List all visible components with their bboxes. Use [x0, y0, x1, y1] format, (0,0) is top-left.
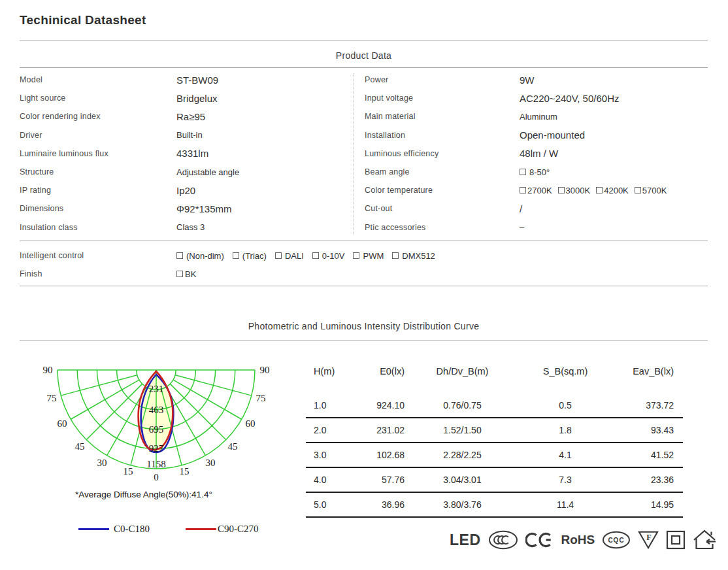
color-temp-option: 4200K — [596, 186, 629, 195]
spec-row-cri: Color rendering index Ra≥95 — [20, 107, 350, 126]
cell: 41.52 — [614, 450, 683, 460]
cell: 0.5 — [516, 400, 614, 411]
svg-text:695: 695 — [149, 424, 164, 435]
spec-value: 48lm / W — [520, 148, 558, 159]
spec-row-installation: Installation Open-mounted — [365, 126, 708, 144]
legend-line-blue — [78, 528, 109, 530]
control-option: 0-10V — [312, 251, 345, 261]
spec-value: Φ92*135mm — [176, 203, 232, 214]
svg-text:15: 15 — [180, 466, 190, 477]
f-mark-icon: F — [638, 530, 659, 550]
spec-table-left: Model ST-BW09 Light source Bridgelux Col… — [20, 71, 350, 237]
svg-text:0: 0 — [154, 472, 159, 482]
cell: 3.80/3.76 — [408, 499, 516, 510]
option-label: 3000K — [566, 186, 591, 195]
option-label: (Triac) — [242, 251, 267, 261]
control-option: (Non-dim) — [176, 251, 224, 261]
spec-row-power: Power 9W — [365, 71, 708, 89]
spec-label: Color temperature — [365, 186, 520, 195]
checkbox-icon — [635, 187, 641, 193]
rohs-mark: RoHS — [561, 533, 595, 547]
spec-label: Power — [365, 75, 520, 84]
spec-row-luminous-flux: Luminaire luminous flux 4331lm — [20, 144, 350, 163]
spec-label: IP rating — [20, 186, 176, 195]
cell: 57.76 — [346, 475, 408, 485]
diffuse-angle-footnote: *Average Diffuse Angle(50%):41.4° — [75, 490, 212, 499]
cell: 231.02 — [346, 425, 408, 435]
ce-mark-icon — [525, 530, 554, 550]
svg-text:463: 463 — [149, 405, 164, 415]
control-rows: Intelligent control (Non-dim) (Triac) DA… — [20, 246, 708, 283]
divider — [20, 340, 708, 341]
checkbox-icon — [558, 187, 565, 193]
checkbox-icon — [176, 271, 183, 277]
spec-value: Aluminum — [520, 112, 557, 122]
spec-label: Input voltage — [365, 93, 520, 103]
svg-text:231: 231 — [149, 384, 164, 394]
led-mark: LED — [450, 531, 481, 549]
spec-label: Finish — [20, 269, 176, 278]
col-header: S_B(sq.m) — [516, 366, 614, 377]
control-option: DMX512 — [392, 251, 435, 261]
checkbox-icon — [233, 252, 239, 259]
option-label: DALI — [285, 251, 304, 261]
spec-label: Installation — [365, 131, 520, 140]
spec-label: Ptic accessories — [365, 223, 520, 232]
photometric-table: H(m) E0(lx) Dh/Dv_B(m) S_B(sq.m) Eav_B(l… — [306, 363, 683, 518]
spec-row-insulation-class: Insulation class Class 3 — [20, 218, 350, 237]
legend-label-c90-c270: C90-C270 — [218, 524, 259, 535]
spec-row-structure: Structure Adjustable angle — [20, 163, 350, 181]
spec-value: Class 3 — [176, 222, 205, 232]
divider — [20, 241, 708, 241]
legend-line-red — [186, 528, 216, 530]
cell: 23.36 — [614, 475, 683, 485]
svg-text:15: 15 — [124, 466, 133, 477]
double-insulation-icon — [666, 530, 686, 550]
checkbox-icon — [520, 187, 526, 193]
control-option: PWM — [353, 251, 384, 261]
spec-label: Model — [20, 75, 176, 84]
spec-row-main-material: Main material Aluminum — [365, 107, 708, 126]
table-row: 3.0 102.68 2.28/2.25 4.1 41.52 — [306, 443, 683, 468]
page-title: Techinical Datasheet — [20, 13, 146, 27]
svg-text:CQC: CQC — [608, 537, 625, 544]
col-header: Eav_B(lx) — [614, 366, 683, 377]
svg-text:75: 75 — [47, 393, 57, 403]
checkbox-icon — [353, 252, 359, 259]
column-divider — [354, 73, 354, 235]
divider — [20, 41, 708, 41]
table-row: 5.0 36.96 3.80/3.76 11.4 14.95 — [306, 493, 683, 518]
spec-value: Ip20 — [176, 185, 195, 196]
checkbox-icon — [520, 169, 526, 175]
cell: 3.04/3.01 — [408, 475, 516, 485]
cell: 373.72 — [614, 400, 683, 411]
spec-label: Cut-out — [365, 204, 520, 213]
cell: 1.8 — [516, 425, 614, 435]
spec-label: Structure — [20, 167, 176, 176]
svg-text:F: F — [646, 533, 651, 542]
cell: 924.10 — [346, 400, 408, 411]
photometric-heading: Photometric and Luminous Intensity Distr… — [20, 321, 708, 331]
table-row: 2.0 231.02 1.52/1.50 1.8 93.43 — [306, 418, 683, 443]
spec-row-ptic-accessories: Ptic accessories – — [365, 218, 708, 237]
option-label: 2700K — [527, 186, 552, 195]
cell: 11.4 — [516, 499, 614, 510]
table-row: 4.0 57.76 3.04/3.01 7.3 23.36 — [306, 468, 683, 493]
spec-value: – — [520, 222, 524, 232]
spec-row-model: Model ST-BW09 — [20, 71, 350, 89]
spec-row-driver: Driver Built-in — [20, 126, 350, 144]
spec-row-dimensions: Dimensions Φ92*135mm — [20, 199, 350, 218]
cell: 2.28/2.25 — [408, 450, 516, 460]
color-temp-option: 2700K — [520, 186, 552, 195]
spec-value: AC220~240V, 50/60Hz — [520, 93, 619, 104]
option-label: 0-10V — [322, 251, 345, 261]
option-label: 5700K — [642, 186, 667, 195]
spec-value: Adjustable angle — [176, 167, 239, 177]
checkbox-icon — [275, 252, 282, 259]
cell: 4.0 — [306, 475, 346, 485]
ccc-mark-icon — [488, 530, 518, 550]
certification-marks: LED RoHS CQC F — [450, 529, 716, 550]
cqc-mark-icon: CQC — [602, 531, 631, 549]
spec-value: Built-in — [176, 130, 203, 140]
spec-label: Beam angle — [365, 167, 520, 176]
